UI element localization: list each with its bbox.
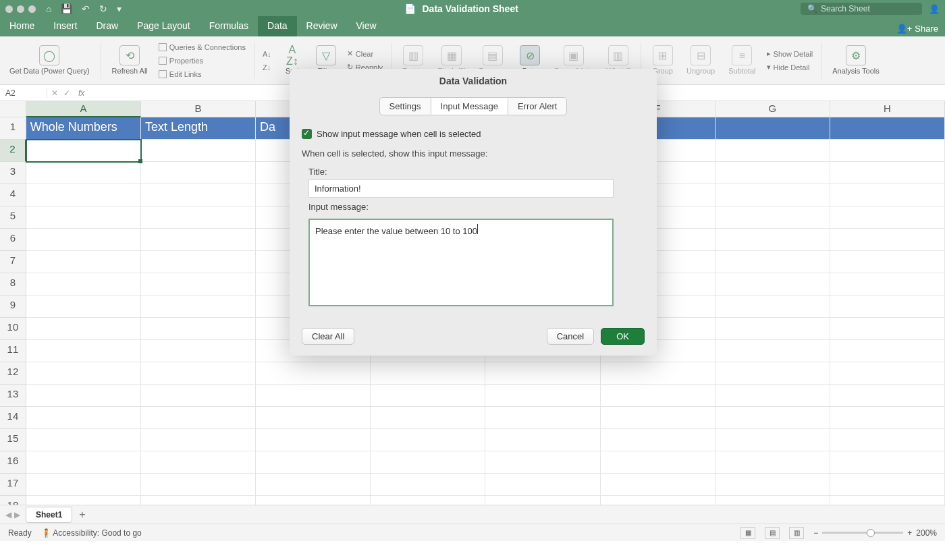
enter-icon[interactable]: ✓ — [63, 88, 70, 98]
tab-home[interactable]: Home — [0, 16, 44, 36]
clear-button[interactable]: ✕Clear — [347, 48, 383, 60]
doc-icon: 📄 — [404, 3, 416, 14]
dialog-tabs: Settings Input Message Error Alert — [302, 97, 645, 115]
tab-input-message[interactable]: Input Message — [431, 97, 508, 115]
accessibility-status[interactable]: 🧍 Accessibility: Good to go — [41, 528, 142, 538]
edit-links-button[interactable]: Edit Links — [159, 68, 246, 80]
select-all-corner[interactable] — [0, 101, 26, 117]
clear-all-button[interactable]: Clear All — [302, 328, 354, 345]
fx-label[interactable]: fx — [74, 88, 88, 98]
col-header-B[interactable]: B — [141, 101, 256, 117]
analysis-tools-button[interactable]: ⚙Analysis Tools — [827, 45, 885, 75]
dialog-title: Data Validation — [290, 69, 657, 93]
message-label: Input message: — [302, 198, 645, 215]
tab-review[interactable]: Review — [297, 16, 347, 36]
cancel-button[interactable]: Cancel — [547, 328, 594, 345]
page-layout-view-icon[interactable]: ▤ — [765, 527, 780, 539]
status-bar: Ready 🧍 Accessibility: Good to go ▦ ▤ ▥ … — [0, 524, 945, 541]
title-bar: ⌂ 💾 ↶ ↻ ▾ 📄 Data Validation Sheet 🔍 Sear… — [0, 0, 945, 18]
col-header-H[interactable]: H — [830, 101, 945, 117]
next-sheet-icon[interactable]: ▶ — [14, 510, 20, 520]
tab-view[interactable]: View — [347, 16, 386, 36]
prev-sheet-icon[interactable]: ◀ — [5, 510, 11, 520]
sort-az[interactable]: A↓Z↓ — [260, 48, 274, 74]
tab-settings[interactable]: Settings — [379, 97, 431, 115]
cell-B1[interactable]: Text Length — [141, 117, 256, 140]
search-icon: 🔍 — [807, 4, 817, 13]
col-header-A[interactable]: A — [26, 101, 141, 117]
cell-A2[interactable] — [26, 140, 141, 162]
subtotal-button[interactable]: ≡Subtotal — [723, 45, 761, 75]
add-sheet-button[interactable]: + — [72, 507, 92, 522]
tab-page-layout[interactable]: Page Layout — [128, 16, 200, 36]
redo-icon[interactable]: ↻ — [99, 3, 107, 14]
checkbox-icon[interactable] — [302, 129, 312, 139]
status-ready: Ready — [8, 528, 32, 538]
undo-icon[interactable]: ↶ — [82, 3, 90, 14]
title-input[interactable]: Information! — [308, 179, 614, 198]
search-input[interactable]: 🔍 Search Sheet — [801, 3, 922, 15]
tab-insert[interactable]: Insert — [44, 16, 86, 36]
user-icon[interactable]: 👤 — [929, 4, 940, 14]
zoom-control[interactable]: − + 200% — [813, 528, 937, 538]
queries-button[interactable]: Queries & Connections — [159, 41, 246, 53]
sheet-tabs-bar: ◀▶ Sheet1 + — [0, 505, 945, 524]
zoom-level[interactable]: 200% — [916, 528, 937, 538]
ok-button[interactable]: OK — [601, 328, 645, 345]
save-icon[interactable]: 💾 — [61, 3, 72, 14]
cancel-icon[interactable]: ✕ — [51, 88, 58, 98]
share-icon: 👤+ — [896, 24, 913, 34]
sheet-tab[interactable]: Sheet1 — [26, 507, 72, 523]
ungroup-button[interactable]: ⊟Ungroup — [681, 45, 720, 75]
tab-draw[interactable]: Draw — [86, 16, 128, 36]
cell-A1[interactable]: Whole Numbers — [26, 117, 141, 140]
window-controls[interactable] — [5, 5, 36, 13]
col-header-G[interactable]: G — [716, 101, 830, 117]
more-icon[interactable]: ▾ — [117, 3, 122, 14]
page-break-view-icon[interactable]: ▥ — [789, 527, 804, 539]
home-icon[interactable]: ⌂ — [46, 3, 51, 14]
quick-access-toolbar[interactable]: ⌂ 💾 ↶ ↻ ▾ — [46, 3, 122, 14]
title-label: Title: — [302, 163, 645, 179]
get-data-button[interactable]: ◯Get Data (Power Query) — [4, 45, 95, 75]
zoom-slider[interactable] — [822, 532, 903, 534]
when-label: When cell is selected, show this input m… — [302, 146, 645, 163]
show-detail-button[interactable]: ▸Show Detail — [767, 48, 813, 60]
normal-view-icon[interactable]: ▦ — [740, 527, 755, 539]
menu-bar: Home Insert Draw Page Layout Formulas Da… — [0, 18, 945, 36]
tab-data[interactable]: Data — [258, 16, 297, 36]
properties-button[interactable]: Properties — [159, 55, 246, 67]
document-title: 📄 Data Validation Sheet — [122, 3, 801, 14]
show-input-checkbox[interactable]: Show input message when cell is selected — [302, 128, 645, 146]
hide-detail-button[interactable]: ▾Hide Detail — [767, 61, 813, 74]
name-box[interactable]: A2 — [0, 88, 47, 98]
row-header[interactable]: 1 — [0, 117, 26, 140]
zoom-in-icon[interactable]: + — [907, 528, 912, 538]
tab-error-alert[interactable]: Error Alert — [508, 97, 568, 115]
share-button[interactable]: 👤+ Share — [890, 21, 945, 36]
message-textarea[interactable]: Please enter the value between 10 to 100 — [308, 219, 614, 306]
data-validation-dialog: Data Validation Settings Input Message E… — [290, 69, 657, 356]
refresh-all-button[interactable]: ⟲Refresh All — [107, 45, 153, 75]
tab-formulas[interactable]: Formulas — [200, 16, 258, 36]
row-header[interactable]: 2 — [0, 140, 26, 162]
zoom-out-icon[interactable]: − — [813, 528, 818, 538]
